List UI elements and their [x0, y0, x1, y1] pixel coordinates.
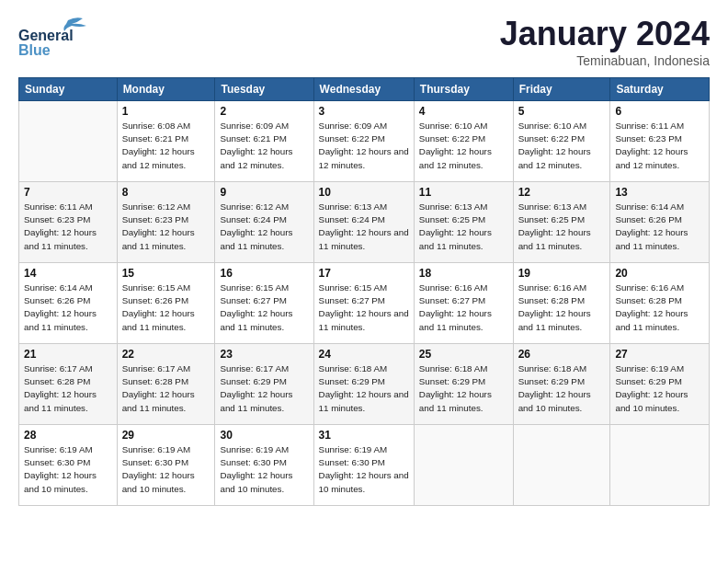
day-number: 20	[615, 267, 704, 280]
header: General Blue January 2024 Teminabuan, In…	[18, 15, 710, 68]
day-number: 28	[24, 429, 112, 442]
day-number: 4	[419, 105, 508, 118]
calendar-cell: 15 Sunrise: 6:15 AM Sunset: 6:26 PM Dayl…	[117, 263, 215, 344]
day-info: Sunrise: 6:12 AM Sunset: 6:24 PM Dayligh…	[220, 201, 308, 253]
day-info: Sunrise: 6:16 AM Sunset: 6:27 PM Dayligh…	[419, 282, 508, 334]
day-info: Sunrise: 6:10 AM Sunset: 6:22 PM Dayligh…	[518, 120, 606, 172]
logo-svg: General Blue	[18, 15, 101, 55]
day-number: 17	[319, 267, 409, 280]
svg-text:Blue: Blue	[18, 42, 51, 55]
day-number: 29	[122, 429, 210, 442]
calendar-cell: 27 Sunrise: 6:19 AM Sunset: 6:29 PM Dayl…	[610, 344, 710, 425]
calendar-cell: 12 Sunrise: 6:13 AM Sunset: 6:25 PM Dayl…	[513, 182, 610, 263]
day-info: Sunrise: 6:19 AM Sunset: 6:30 PM Dayligh…	[220, 443, 308, 496]
calendar-cell: 26 Sunrise: 6:18 AM Sunset: 6:29 PM Dayl…	[513, 344, 610, 425]
day-info: Sunrise: 6:19 AM Sunset: 6:29 PM Dayligh…	[615, 362, 704, 415]
day-info: Sunrise: 6:11 AM Sunset: 6:23 PM Dayligh…	[615, 120, 704, 172]
day-number: 24	[319, 348, 409, 361]
day-info: Sunrise: 6:17 AM Sunset: 6:28 PM Dayligh…	[24, 362, 112, 415]
day-info: Sunrise: 6:18 AM Sunset: 6:29 PM Dayligh…	[319, 362, 409, 415]
calendar-cell: 10 Sunrise: 6:13 AM Sunset: 6:24 PM Dayl…	[313, 182, 414, 263]
day-info: Sunrise: 6:09 AM Sunset: 6:21 PM Dayligh…	[220, 120, 308, 172]
day-info: Sunrise: 6:08 AM Sunset: 6:21 PM Dayligh…	[122, 120, 210, 172]
day-number: 6	[615, 105, 704, 118]
calendar-cell: 5 Sunrise: 6:10 AM Sunset: 6:22 PM Dayli…	[513, 101, 610, 182]
calendar-cell	[513, 425, 610, 506]
day-info: Sunrise: 6:18 AM Sunset: 6:29 PM Dayligh…	[419, 362, 508, 415]
calendar-cell: 24 Sunrise: 6:18 AM Sunset: 6:29 PM Dayl…	[313, 344, 414, 425]
day-info: Sunrise: 6:11 AM Sunset: 6:23 PM Dayligh…	[24, 201, 112, 253]
svg-text:General: General	[18, 28, 74, 43]
day-number: 25	[419, 348, 508, 361]
day-number: 15	[122, 267, 210, 280]
month-title: January 2024	[500, 15, 710, 53]
day-info: Sunrise: 6:17 AM Sunset: 6:29 PM Dayligh…	[220, 362, 308, 415]
calendar-cell: 4 Sunrise: 6:10 AM Sunset: 6:22 PM Dayli…	[414, 101, 513, 182]
col-header-saturday: Saturday	[610, 78, 710, 101]
day-info: Sunrise: 6:15 AM Sunset: 6:27 PM Dayligh…	[220, 282, 308, 334]
calendar-cell: 22 Sunrise: 6:17 AM Sunset: 6:28 PM Dayl…	[117, 344, 215, 425]
calendar-cell: 21 Sunrise: 6:17 AM Sunset: 6:28 PM Dayl…	[19, 344, 118, 425]
day-number: 13	[615, 186, 704, 199]
day-info: Sunrise: 6:16 AM Sunset: 6:28 PM Dayligh…	[615, 282, 704, 334]
col-header-wednesday: Wednesday	[313, 78, 414, 101]
day-number: 21	[24, 348, 112, 361]
day-number: 18	[419, 267, 508, 280]
day-info: Sunrise: 6:10 AM Sunset: 6:22 PM Dayligh…	[419, 120, 508, 172]
calendar-cell: 1 Sunrise: 6:08 AM Sunset: 6:21 PM Dayli…	[117, 101, 215, 182]
calendar-table: SundayMondayTuesdayWednesdayThursdayFrid…	[18, 77, 710, 506]
day-number: 12	[518, 186, 606, 199]
day-info: Sunrise: 6:19 AM Sunset: 6:30 PM Dayligh…	[122, 443, 210, 496]
day-number: 9	[220, 186, 308, 199]
day-number: 30	[220, 429, 308, 442]
calendar-cell: 13 Sunrise: 6:14 AM Sunset: 6:26 PM Dayl…	[610, 182, 710, 263]
calendar-cell: 16 Sunrise: 6:15 AM Sunset: 6:27 PM Dayl…	[215, 263, 313, 344]
day-info: Sunrise: 6:18 AM Sunset: 6:29 PM Dayligh…	[518, 362, 606, 415]
day-number: 5	[518, 105, 606, 118]
day-number: 11	[419, 186, 508, 199]
calendar-cell: 14 Sunrise: 6:14 AM Sunset: 6:26 PM Dayl…	[19, 263, 118, 344]
calendar-cell: 31 Sunrise: 6:19 AM Sunset: 6:30 PM Dayl…	[313, 425, 414, 506]
col-header-tuesday: Tuesday	[215, 78, 313, 101]
day-info: Sunrise: 6:13 AM Sunset: 6:25 PM Dayligh…	[518, 201, 606, 253]
calendar-cell: 8 Sunrise: 6:12 AM Sunset: 6:23 PM Dayli…	[117, 182, 215, 263]
calendar-cell: 11 Sunrise: 6:13 AM Sunset: 6:25 PM Dayl…	[414, 182, 513, 263]
day-number: 8	[122, 186, 210, 199]
calendar-cell: 9 Sunrise: 6:12 AM Sunset: 6:24 PM Dayli…	[215, 182, 313, 263]
day-number: 7	[24, 186, 112, 199]
day-number: 10	[319, 186, 409, 199]
day-info: Sunrise: 6:12 AM Sunset: 6:23 PM Dayligh…	[122, 201, 210, 253]
calendar-cell: 3 Sunrise: 6:09 AM Sunset: 6:22 PM Dayli…	[313, 101, 414, 182]
day-number: 16	[220, 267, 308, 280]
calendar-cell: 2 Sunrise: 6:09 AM Sunset: 6:21 PM Dayli…	[215, 101, 313, 182]
calendar-cell: 18 Sunrise: 6:16 AM Sunset: 6:27 PM Dayl…	[414, 263, 513, 344]
calendar-cell: 7 Sunrise: 6:11 AM Sunset: 6:23 PM Dayli…	[19, 182, 118, 263]
col-header-thursday: Thursday	[414, 78, 513, 101]
col-header-sunday: Sunday	[19, 78, 118, 101]
calendar-cell: 30 Sunrise: 6:19 AM Sunset: 6:30 PM Dayl…	[215, 425, 313, 506]
page: General Blue January 2024 Teminabuan, In…	[0, 0, 728, 563]
day-info: Sunrise: 6:19 AM Sunset: 6:30 PM Dayligh…	[24, 443, 112, 496]
calendar-cell: 28 Sunrise: 6:19 AM Sunset: 6:30 PM Dayl…	[19, 425, 118, 506]
calendar-cell	[610, 425, 710, 506]
day-info: Sunrise: 6:17 AM Sunset: 6:28 PM Dayligh…	[122, 362, 210, 415]
day-number: 2	[220, 105, 308, 118]
week-row-2: 7 Sunrise: 6:11 AM Sunset: 6:23 PM Dayli…	[19, 182, 710, 263]
day-info: Sunrise: 6:14 AM Sunset: 6:26 PM Dayligh…	[615, 201, 704, 253]
title-area: January 2024 Teminabuan, Indonesia	[500, 15, 710, 68]
calendar-cell	[414, 425, 513, 506]
week-row-5: 28 Sunrise: 6:19 AM Sunset: 6:30 PM Dayl…	[19, 425, 710, 506]
day-info: Sunrise: 6:19 AM Sunset: 6:30 PM Dayligh…	[319, 443, 409, 496]
calendar-cell: 6 Sunrise: 6:11 AM Sunset: 6:23 PM Dayli…	[610, 101, 710, 182]
week-row-3: 14 Sunrise: 6:14 AM Sunset: 6:26 PM Dayl…	[19, 263, 710, 344]
day-info: Sunrise: 6:13 AM Sunset: 6:24 PM Dayligh…	[319, 201, 409, 253]
calendar-cell: 20 Sunrise: 6:16 AM Sunset: 6:28 PM Dayl…	[610, 263, 710, 344]
location: Teminabuan, Indonesia	[500, 53, 710, 68]
day-info: Sunrise: 6:15 AM Sunset: 6:27 PM Dayligh…	[319, 282, 409, 334]
calendar-cell: 17 Sunrise: 6:15 AM Sunset: 6:27 PM Dayl…	[313, 263, 414, 344]
col-header-monday: Monday	[117, 78, 215, 101]
day-number: 19	[518, 267, 606, 280]
logo: General Blue	[18, 15, 101, 55]
day-number: 27	[615, 348, 704, 361]
day-number: 22	[122, 348, 210, 361]
